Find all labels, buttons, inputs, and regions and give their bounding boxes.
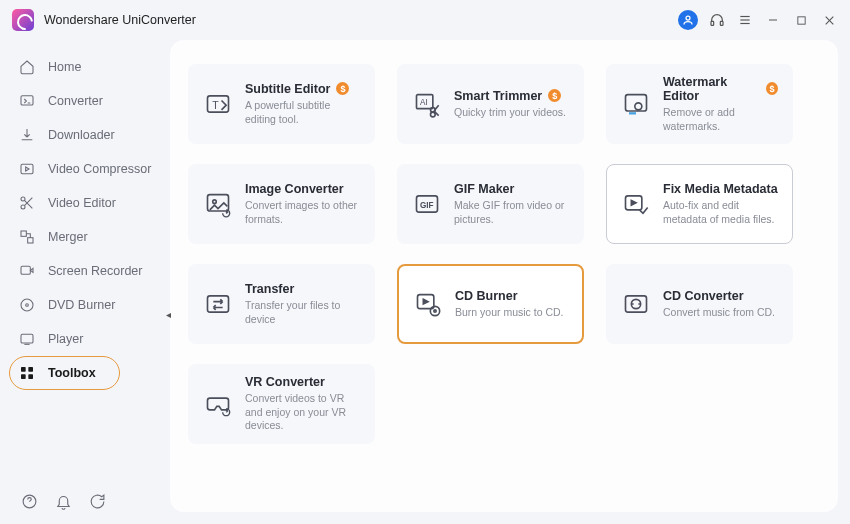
svg-rect-42 — [626, 296, 647, 312]
watermark-editor-icon — [621, 89, 651, 119]
svg-rect-7 — [797, 16, 804, 23]
card-image-converter[interactable]: Image ConverterConvert images to other f… — [188, 164, 375, 244]
card-title: Subtitle Editor — [245, 82, 330, 96]
converter-icon — [18, 92, 36, 110]
card-title: Watermark Editor — [663, 75, 760, 103]
card-title: VR Converter — [245, 375, 325, 389]
sidebar-item-video-editor[interactable]: Video Editor — [0, 186, 170, 220]
card-desc: Burn your music to CD. — [455, 306, 568, 320]
card-title: CD Converter — [663, 289, 744, 303]
svg-rect-22 — [21, 374, 26, 379]
svg-rect-19 — [21, 334, 33, 343]
svg-rect-16 — [21, 266, 30, 274]
card-cd-converter[interactable]: CD ConverterConvert music from CD. — [606, 264, 793, 344]
close-button[interactable] — [820, 11, 838, 29]
card-title: Transfer — [245, 282, 294, 296]
toolbox-icon — [18, 364, 36, 382]
app-logo-icon — [12, 9, 34, 31]
collapse-sidebar-button[interactable]: ◂ — [163, 300, 173, 328]
svg-rect-14 — [21, 231, 26, 236]
sidebar-item-converter[interactable]: Converter — [0, 84, 170, 118]
paid-badge-icon: $ — [336, 82, 349, 95]
svg-point-30 — [431, 112, 436, 117]
sidebar-item-dvd-burner[interactable]: DVD Burner — [0, 288, 170, 322]
card-title: GIF Maker — [454, 182, 514, 196]
svg-point-32 — [635, 103, 642, 110]
sidebar-item-label: Home — [48, 60, 81, 74]
sidebar-item-video-compressor[interactable]: Video Compressor — [0, 152, 170, 186]
home-icon — [18, 58, 36, 76]
svg-point-0 — [686, 16, 690, 20]
subtitle-editor-icon: T — [203, 89, 233, 119]
window-controls — [678, 10, 838, 30]
svg-rect-20 — [21, 367, 26, 372]
card-desc: Remove or add watermarks. — [663, 106, 778, 133]
svg-rect-11 — [21, 164, 33, 173]
help-icon[interactable] — [20, 492, 38, 510]
sidebar-item-player[interactable]: Player — [0, 322, 170, 356]
svg-rect-15 — [28, 238, 33, 243]
card-title: Smart Trimmer — [454, 89, 542, 103]
sidebar-item-merger[interactable]: Merger — [0, 220, 170, 254]
card-desc: Convert images to other formats. — [245, 199, 360, 226]
sidebar-item-label: Toolbox — [48, 366, 96, 380]
svg-point-13 — [21, 205, 25, 209]
svg-point-18 — [26, 304, 29, 307]
card-watermark-editor[interactable]: Watermark Editor$Remove or add watermark… — [606, 64, 793, 144]
merger-icon — [18, 228, 36, 246]
card-desc: Make GIF from video or pictures. — [454, 199, 569, 226]
svg-rect-38 — [208, 296, 229, 312]
gif-maker-icon: GIF — [412, 189, 442, 219]
player-icon — [18, 330, 36, 348]
feedback-icon[interactable] — [88, 492, 106, 510]
card-gif-maker[interactable]: GIF GIF MakerMake GIF from video or pict… — [397, 164, 584, 244]
image-converter-icon — [203, 189, 233, 219]
menu-icon[interactable] — [736, 11, 754, 29]
scissors-icon — [18, 194, 36, 212]
headset-icon[interactable] — [708, 11, 726, 29]
card-cd-burner[interactable]: CD BurnerBurn your music to CD. — [397, 264, 584, 344]
sidebar-item-label: Video Compressor — [48, 162, 151, 176]
compressor-icon — [18, 160, 36, 178]
cd-burner-icon — [413, 289, 443, 319]
paid-badge-icon: $ — [766, 82, 778, 95]
card-title: Image Converter — [245, 182, 344, 196]
sidebar: Home Converter Downloader Video Compress… — [0, 40, 170, 524]
card-title: Fix Media Metadata — [663, 182, 778, 196]
svg-rect-21 — [28, 367, 33, 372]
sidebar-item-downloader[interactable]: Downloader — [0, 118, 170, 152]
sidebar-item-screen-recorder[interactable]: Screen Recorder — [0, 254, 170, 288]
card-vr-converter[interactable]: VR ConverterConvert videos to VR and enj… — [188, 364, 375, 444]
card-fix-media-metadata[interactable]: Fix Media MetadataAuto-fix and edit meta… — [606, 164, 793, 244]
paid-badge-icon: $ — [548, 89, 561, 102]
card-desc: Convert music from CD. — [663, 306, 778, 320]
card-desc: Convert videos to VR and enjoy on your V… — [245, 392, 360, 433]
card-desc: Transfer your files to device — [245, 299, 360, 326]
maximize-button[interactable] — [792, 11, 810, 29]
svg-text:T: T — [212, 99, 219, 111]
sidebar-item-label: DVD Burner — [48, 298, 115, 312]
card-subtitle-editor[interactable]: T Subtitle Editor$A powerful subtitle ed… — [188, 64, 375, 144]
sidebar-item-label: Merger — [48, 230, 88, 244]
card-desc: Quicky trim your videos. — [454, 106, 569, 120]
svg-point-12 — [21, 197, 25, 201]
sidebar-item-label: Converter — [48, 94, 103, 108]
minimize-button[interactable] — [764, 11, 782, 29]
sidebar-item-toolbox[interactable]: Toolbox — [0, 356, 170, 390]
bell-icon[interactable] — [54, 492, 72, 510]
card-smart-trimmer[interactable]: AI Smart Trimmer$Quicky trim your videos… — [397, 64, 584, 144]
sidebar-item-label: Player — [48, 332, 83, 346]
content-panel: ◂ T Subtitle Editor$A powerful subtitle … — [170, 40, 838, 512]
sidebar-item-label: Screen Recorder — [48, 264, 143, 278]
cd-converter-icon — [621, 289, 651, 319]
transfer-icon — [203, 289, 233, 319]
svg-point-17 — [21, 299, 33, 311]
svg-point-40 — [430, 306, 439, 315]
card-desc: Auto-fix and edit metadata of media file… — [663, 199, 778, 226]
card-transfer[interactable]: TransferTransfer your files to device — [188, 264, 375, 344]
download-icon — [18, 126, 36, 144]
recorder-icon — [18, 262, 36, 280]
user-icon[interactable] — [678, 10, 698, 30]
svg-text:AI: AI — [420, 98, 428, 107]
sidebar-item-home[interactable]: Home — [0, 50, 170, 84]
